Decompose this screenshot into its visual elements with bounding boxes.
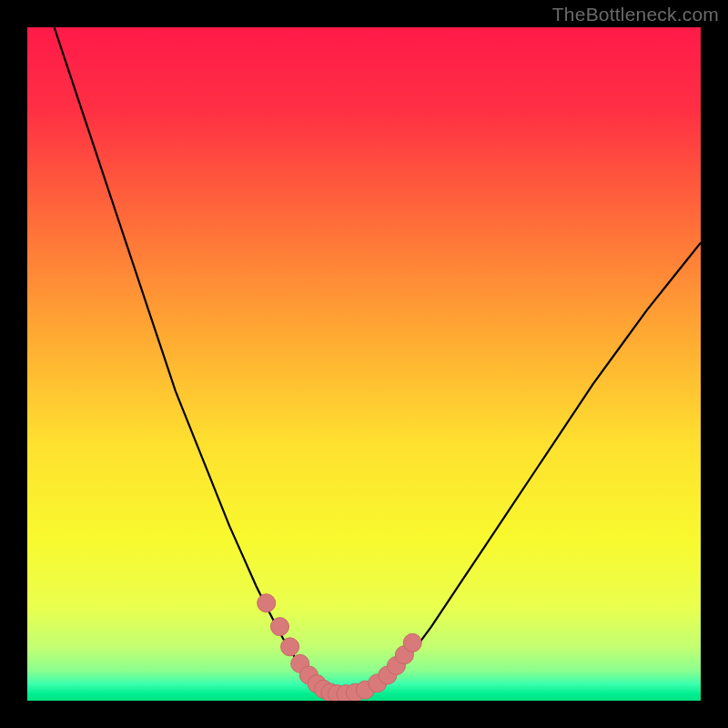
highlight-dot — [281, 638, 299, 656]
outer-frame: TheBottleneck.com — [0, 0, 728, 728]
highlight-dots — [258, 594, 422, 701]
watermark-text: TheBottleneck.com — [552, 4, 719, 25]
highlight-dot — [258, 594, 276, 612]
highlight-dot — [403, 633, 421, 652]
plot-area — [27, 27, 701, 701]
bottleneck-curve — [55, 27, 701, 697]
highlight-dot — [271, 618, 289, 636]
chart-svg — [27, 27, 701, 701]
